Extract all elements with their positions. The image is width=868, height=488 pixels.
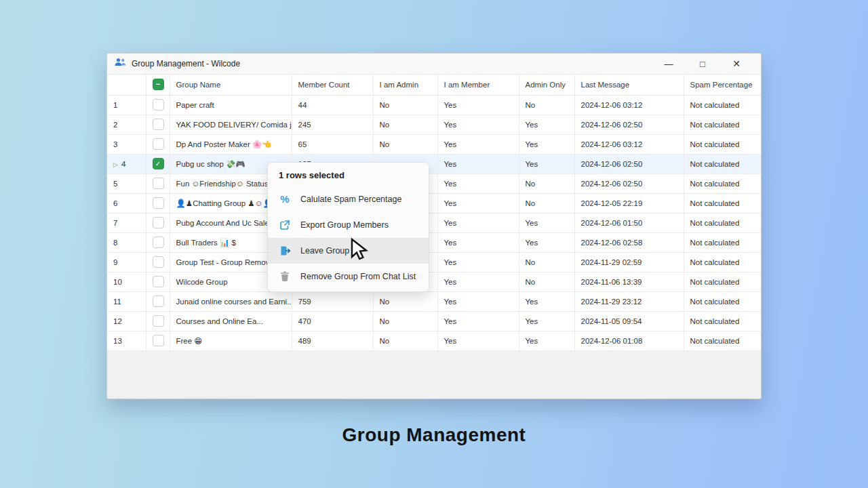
row-checkbox[interactable]: [153, 178, 164, 189]
context-menu: 1 rows selected %Calulate Spam Percentag…: [267, 162, 429, 292]
table-row[interactable]: 12Courses and Online Ea...470NoYesYes202…: [107, 311, 761, 331]
cell-spam-percentage: Not calculated: [684, 134, 761, 154]
cell-i-am-member: Yes: [437, 252, 519, 272]
row-checkbox[interactable]: [153, 197, 164, 209]
menu-item-remove-group-from-chat-list[interactable]: Remove Group From Chat List: [268, 264, 429, 289]
row-number: 10: [107, 272, 146, 291]
cell-i-am-admin: No: [373, 134, 437, 154]
row-checkbox-cell: ✓: [146, 154, 170, 174]
cell-i-am-member: Yes: [437, 311, 519, 331]
menu-item-calulate-spam-percentage[interactable]: %Calulate Spam Percentage: [268, 186, 429, 212]
app-window: Group Management - Wilcode — □ ✕ −Group …: [106, 53, 762, 399]
cell-i-am-member: Yes: [437, 213, 519, 232]
row-checkbox[interactable]: [153, 256, 164, 268]
cell-member-count: 470: [292, 311, 373, 331]
cell-last-message: 2024-11-06 13:39: [574, 272, 684, 291]
cell-last-message: 2024-12-06 03:12: [574, 95, 684, 115]
table-row[interactable]: 6👤♟Chatting Group ♟☺👤YesNo2024-12-05 22:…: [107, 193, 761, 213]
cell-member-count: 759: [292, 291, 373, 311]
row-checkbox-cell: [146, 291, 170, 311]
row-number: 1: [107, 95, 146, 115]
select-all-checkbox[interactable]: −: [153, 79, 164, 90]
cell-spam-percentage: Not calculated: [684, 291, 761, 311]
row-checkbox[interactable]: ✓: [153, 158, 164, 169]
page-background: Group Management - Wilcode — □ ✕ −Group …: [0, 0, 868, 488]
cell-i-am-member: Yes: [437, 331, 519, 350]
cell-spam-percentage: Not calculated: [684, 252, 761, 272]
cell-spam-percentage: Not calculated: [684, 232, 761, 252]
table-row[interactable]: 9Group Test - Group RemoverYesNo2024-11-…: [107, 252, 761, 272]
table-row[interactable]: 8Bull Traders 📊 $YesYes2024-12-06 02:58N…: [107, 232, 761, 252]
cell-i-am-admin: No: [373, 311, 437, 331]
table-row[interactable]: 13Free 😁489NoYesYes2024-12-06 01:08Not c…: [107, 331, 761, 350]
cell-i-am-admin: No: [373, 331, 437, 350]
cell-admin-only: Yes: [519, 291, 574, 311]
row-checkbox[interactable]: [153, 217, 164, 228]
cell-spam-percentage: Not calculated: [684, 154, 761, 174]
table-row[interactable]: 11Junaid online courses and Earni...759N…: [107, 291, 761, 311]
row-checkbox-cell: [146, 95, 170, 115]
table-row[interactable]: 1Paper craft44NoYesNo2024-12-06 03:12Not…: [107, 95, 761, 115]
row-checkbox-cell: [146, 115, 170, 134]
table-header-row: −Group NameMember CountI am AdminI am Me…: [107, 75, 761, 95]
menu-item-label: Export Group Members: [300, 220, 389, 230]
column-header-admin-only[interactable]: Admin Only: [519, 75, 574, 95]
table-row[interactable]: 2YAK FOOD DELIVERY/ Comida ja...245NoYes…: [107, 115, 761, 134]
people-icon: [115, 58, 126, 70]
column-header-member-count[interactable]: Member Count: [292, 75, 373, 95]
table-row[interactable]: 3Dp And Poster Maker 🌸👈65NoYesYes2024-12…: [107, 134, 761, 154]
cell-member-count: 489: [292, 331, 373, 350]
cell-admin-only: No: [519, 174, 574, 193]
row-checkbox[interactable]: [153, 138, 164, 150]
cell-member-count: 65: [292, 134, 373, 154]
mouse-cursor: [350, 238, 370, 262]
menu-item-leave-group[interactable]: Leave Group: [268, 238, 429, 264]
cell-i-am-member: Yes: [437, 193, 519, 213]
table-row[interactable]: 7Pubg Account And Uc SalerYesYes2024-12-…: [107, 213, 761, 232]
cell-last-message: 2024-11-05 09:54: [574, 311, 684, 331]
cell-group-name: Paper craft: [170, 95, 292, 115]
menu-item-export-group-members[interactable]: Export Group Members: [268, 212, 429, 238]
cell-last-message: 2024-11-29 02:59: [574, 252, 684, 272]
cell-group-name: Courses and Online Ea...: [170, 311, 292, 331]
cell-last-message: 2024-12-06 02:50: [574, 154, 684, 174]
table-row[interactable]: ▷4✓Pubg uc shop 💸🎮107YesYes2024-12-06 02…: [107, 154, 761, 174]
cell-spam-percentage: Not calculated: [684, 115, 761, 134]
row-checkbox[interactable]: [153, 276, 164, 287]
column-header-i-am-admin[interactable]: I am Admin: [373, 75, 437, 95]
menu-item-label: Leave Group: [300, 246, 349, 256]
column-header-group-name[interactable]: Group Name: [170, 75, 292, 95]
expand-arrow-icon[interactable]: ▷: [113, 161, 118, 168]
minimize-button[interactable]: —: [652, 54, 686, 74]
svg-text:%: %: [280, 193, 289, 205]
export-icon: [279, 219, 291, 231]
column-header-spam-percentage[interactable]: Spam Percentage: [684, 75, 761, 95]
row-number: 9: [107, 252, 146, 272]
row-checkbox-cell: [146, 252, 170, 272]
table-row[interactable]: 10Wilcode GroupYesNo2024-11-06 13:39Not …: [107, 272, 761, 291]
table-row[interactable]: 5Fun ☺Friendship☺ Status ☾YesNo2024-12-0…: [107, 174, 761, 193]
row-checkbox[interactable]: [153, 296, 164, 307]
close-button[interactable]: ✕: [719, 54, 753, 74]
column-header-i-am-member[interactable]: I am Member: [437, 75, 519, 95]
row-number: 8: [107, 232, 146, 252]
row-checkbox[interactable]: [153, 315, 164, 327]
row-checkbox[interactable]: [153, 119, 164, 130]
cell-group-name: YAK FOOD DELIVERY/ Comida ja...: [170, 115, 292, 134]
cell-last-message: 2024-12-06 01:50: [574, 213, 684, 232]
row-checkbox[interactable]: [153, 335, 164, 346]
cell-i-am-member: Yes: [437, 272, 519, 291]
row-checkbox[interactable]: [153, 237, 164, 248]
cell-admin-only: Yes: [519, 154, 574, 174]
row-number: 3: [107, 134, 146, 154]
row-number: 2: [107, 115, 146, 134]
cell-last-message: 2024-12-06 01:08: [574, 331, 684, 350]
menu-item-label: Remove Group From Chat List: [300, 272, 416, 281]
maximize-button[interactable]: □: [686, 54, 719, 74]
column-header-last-message[interactable]: Last Message: [574, 75, 684, 95]
cell-spam-percentage: Not calculated: [684, 95, 761, 115]
groups-table: −Group NameMember CountI am AdminI am Me…: [107, 75, 761, 351]
header-checkbox-cell: −: [146, 75, 170, 95]
row-checkbox[interactable]: [153, 99, 164, 110]
cell-spam-percentage: Not calculated: [684, 174, 761, 193]
